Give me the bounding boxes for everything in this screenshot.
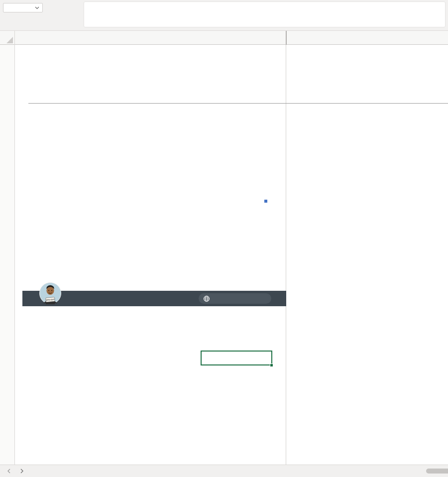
formula-toolbar (0, 0, 448, 31)
enter-icon[interactable] (60, 3, 69, 12)
table-header-underline (28, 103, 448, 104)
name-box[interactable] (3, 3, 43, 12)
insert-function-icon[interactable] (71, 3, 82, 12)
column-headers (0, 31, 448, 45)
hidden-column-gridline (286, 45, 286, 465)
fill-handle[interactable] (270, 363, 273, 367)
formula-input[interactable] (84, 1, 446, 27)
selected-cell-outline[interactable] (201, 351, 272, 365)
globe-icon (203, 295, 210, 302)
horizontal-scrollbar-thumb[interactable] (426, 469, 448, 474)
cancel-icon[interactable] (50, 3, 59, 12)
toolbar-separator-dots[interactable] (43, 3, 49, 12)
edit-indicator-flag (264, 200, 267, 203)
select-all-corner[interactable] (0, 31, 15, 45)
banner-website-pill (199, 293, 271, 304)
tab-nav (0, 465, 30, 477)
hidden-column-divider (286, 31, 287, 45)
add-sheet-button[interactable] (56, 465, 75, 477)
worksheet-grid: CFO GUY (0, 45, 448, 465)
tab-scroll-left-icon[interactable] (7, 469, 11, 474)
sheet-body: CFO GUY (0, 45, 448, 465)
select-all-triangle-icon (6, 37, 13, 43)
chevron-down-icon (35, 6, 39, 9)
avatar: CFO GUY (39, 282, 61, 304)
tabbar-right-controls (417, 465, 448, 477)
row-headers (0, 45, 15, 465)
tab-scroll-right-icon[interactable] (20, 469, 24, 474)
sheet-tab-bar (0, 465, 448, 477)
